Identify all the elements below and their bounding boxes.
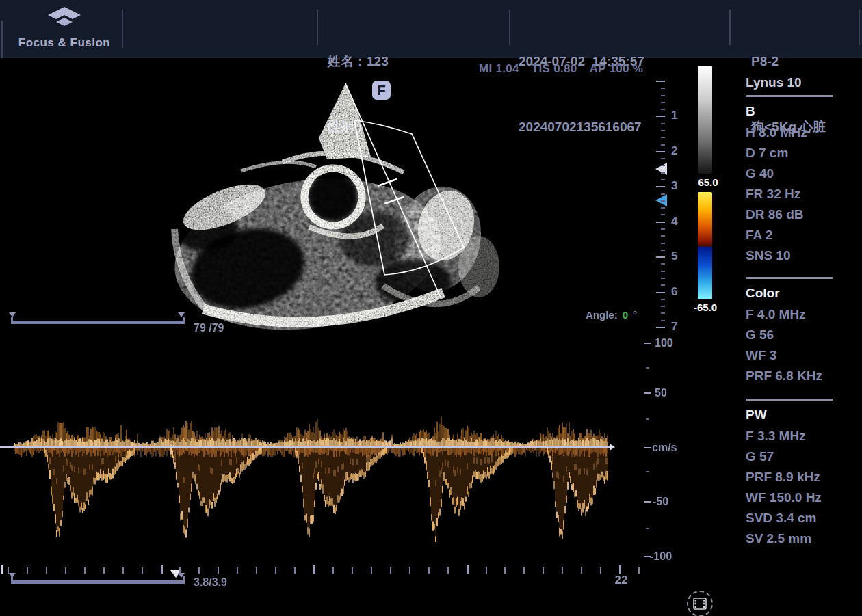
cine-frame-counter: 79 /79 [194,322,224,334]
sweep-tick-minor [371,567,372,574]
header-divider [729,10,731,45]
sidebar-divider [746,95,833,97]
sweep-tick-minor [179,567,181,574]
b-param: G 40 [746,163,841,184]
color-flow-bar [698,192,712,299]
sweep-tick-minor [332,567,334,574]
section-title-color: Color [746,285,841,302]
depth-tick-minor [661,284,665,286]
depth-label: 6 [671,285,686,299]
velocity-label: 50 [655,387,667,399]
color-param: PRF 6.8 KHz [746,366,841,386]
brand-logo-icon [42,5,86,36]
brand-logo: Focus & Fusion [10,4,119,55]
color-scale-min: -65.0 [689,302,722,313]
depth-tick-minor [661,165,665,166]
sweep-tick-minor [103,567,105,574]
depth-tick-minor [661,243,665,244]
depth-tick-major [656,81,665,82]
sweep-tick-minor [600,567,601,574]
sweep-tick-minor [447,567,449,574]
depth-tick-minor [661,312,665,314]
depth-tick-minor [661,137,665,138]
depth-tick-minor [661,200,665,202]
sidebar-divider [746,277,833,279]
brand-logo-text: Focus & Fusion [10,36,119,50]
section-title-pw: PW [746,407,841,423]
sweep-tick-minor [294,567,296,574]
depth-label: 2 [671,144,686,158]
depth-tick-major [656,186,665,187]
sweep-tick-minor [390,567,391,574]
sweep-tick-major [313,565,315,574]
header-divider [122,10,123,48]
color-scale-max: 65.0 [692,176,724,188]
sweep-tick-minor [198,567,200,574]
sweep-tick-major [467,565,469,574]
filmstrip-icon [693,598,707,610]
sweep-end-time: 22 [608,574,634,587]
section-title-b: B [746,103,841,120]
sweep-tick-minor [46,567,47,574]
cine-scrollbar-track[interactable] [11,321,185,324]
depth-tick-minor [661,109,665,110]
depth-tick-minor [661,172,665,174]
ultrasound-screen: Focus & Fusion 姓名：123 性别： 2024-07-02 14:… [0,0,862,616]
color-param: WF 3 [746,345,841,366]
b-param: FR 32 Hz [746,184,841,204]
depth-label: 1 [671,109,686,122]
pw-param: PRF 8.9 kHz [746,467,841,487]
depth-tick-minor [661,250,665,251]
pw-param: SVD 3.4 cm [746,508,841,528]
sweep-tick-minor [27,567,28,574]
header-divider [317,10,318,45]
system-model: Lynus 10 [746,75,841,91]
parameter-sidebar: Lynus 10 B H 8.0 MHz D 7 cm G 40 FR 32 H… [746,75,841,549]
sweep-tick-minor [638,567,640,574]
depth-tick-major [656,292,665,293]
cine-review-button[interactable] [687,591,713,616]
sweep-tick-major [619,565,621,574]
b-param: H 8.0 MHz [746,122,841,143]
sweep-scrollbar-track[interactable] [11,580,185,584]
depth-tick-minor [661,207,665,209]
depth-tick-major [656,222,665,223]
sweep-tick-minor [84,567,86,574]
grayscale-bar [698,66,712,174]
depth-tick-minor [661,278,665,279]
sweep-tick-minor [523,567,525,574]
sweep-tick-minor [486,567,487,574]
depth-tick-major [656,116,665,117]
probe-model: P8-2 [751,51,826,72]
sidebar-divider [746,399,833,401]
depth-tick-major [656,151,665,152]
depth-tick-minor [661,130,665,131]
sweep-tick-minor [504,567,506,574]
depth-label: 7 [671,320,686,334]
sweep-tick-major [161,565,163,574]
depth-label: 4 [671,215,686,228]
angle-value: 0 [623,309,628,321]
depth-tick-minor [661,320,665,321]
sweep-tick-minor [218,567,219,574]
sweep-tick-minor [8,567,9,574]
depth-tick-minor [661,214,665,215]
depth-tick-minor [661,123,665,124]
sweep-tick-minor [543,567,544,574]
sweep-tick-minor [275,567,276,574]
angle-unit: ° [633,309,637,321]
b-mode-image [0,58,643,332]
sweep-tick-minor [409,567,410,574]
sweep-ruler-edge-tick [1,565,3,574]
b-param: D 7 cm [746,143,841,163]
depth-tick-minor [661,306,665,307]
color-param: F 4.0 MHz [746,304,841,325]
depth-tick-minor [661,193,665,195]
depth-label: 3 [671,179,686,193]
header-bar: Focus & Fusion 姓名：123 性别： 2024-07-02 14:… [0,0,862,58]
header-divider [1,21,3,58]
depth-tick-minor [661,144,665,146]
pw-param: WF 150.0 Hz [746,487,841,508]
depth-tick-minor [661,95,665,96]
sweep-tick-minor [352,567,353,574]
